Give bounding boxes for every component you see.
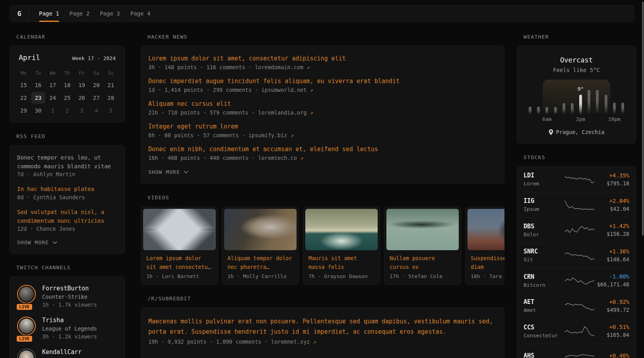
videos-section-title: VIDEOS xyxy=(147,195,504,200)
weather-bar-column xyxy=(585,80,593,115)
hn-item-title[interactable]: Donec imperdiet augue tincidunt felis al… xyxy=(148,77,497,86)
stock-change: -1.00% xyxy=(594,273,629,280)
app-logo[interactable]: G xyxy=(10,6,29,21)
video-title[interactable]: Suspendisse diam xyxy=(471,254,504,271)
calendar-day: 21 xyxy=(103,79,118,91)
weather-bar-current xyxy=(579,95,582,115)
stock-symbol: DBS xyxy=(524,223,565,230)
hn-item: Donec enim nibh, condimentum et accumsan… xyxy=(148,145,497,161)
external-link-icon[interactable]: ↗ xyxy=(291,132,294,138)
live-badge: LIVE xyxy=(16,303,33,311)
video-thumbnail[interactable] xyxy=(467,209,504,250)
twitch-channel[interactable]: KendallCarr xyxy=(17,348,117,358)
right-column: WEATHER Overcast Feels like 5°C 9° 6am2p… xyxy=(517,34,636,358)
stock-row[interactable]: IIGIpsum +2.84%$42.04 xyxy=(524,192,629,218)
video-thumbnail[interactable] xyxy=(143,209,215,250)
channel-name[interactable]: Trisha xyxy=(42,317,97,324)
stock-change: +4.35% xyxy=(594,172,629,179)
calendar-month: April xyxy=(19,53,40,62)
video-card[interactable]: Suspendisse diam 18h · Tara xyxy=(465,206,504,285)
rss-item-title[interactable]: In hac habitasse platea xyxy=(17,185,117,194)
video-meta: 1h · Molly Carrillo xyxy=(227,273,293,279)
stock-row[interactable]: SNRCSit +1.36%$148.64 xyxy=(524,243,629,268)
chevron-down-icon xyxy=(52,241,57,244)
calendar-day: 25 xyxy=(60,92,75,104)
video-title[interactable]: Aliquam tempor dolor nec pharetra… xyxy=(227,254,293,271)
hn-item-title[interactable]: Aliquam nec cursus elit xyxy=(148,100,497,108)
rss-item-title[interactable]: Sed volutpat nulla nisl, a condimentum n… xyxy=(17,208,117,225)
hn-show-more-button[interactable]: SHOW MORE xyxy=(148,169,497,175)
subreddit-post-meta: 19h · 9,932 points · 1,090 comments · lo… xyxy=(148,339,497,345)
tab-page-2[interactable]: Page 2 xyxy=(64,6,95,21)
stock-row[interactable]: DBSDolor +1.42%$156.28 xyxy=(524,217,629,243)
hn-item: Donec imperdiet augue tincidunt felis al… xyxy=(148,77,497,93)
stock-sparkline xyxy=(565,198,594,212)
stock-change: +1.36% xyxy=(594,248,629,255)
rss-item: Donec tempor eros leo, ut commodo mauris… xyxy=(17,154,117,177)
weather-bar-column xyxy=(619,80,627,115)
show-more-label: SHOW MORE xyxy=(17,239,49,245)
video-title[interactable]: Mauris sit amet massa felis xyxy=(308,254,374,271)
weekday-label: Tu xyxy=(31,68,46,78)
external-link-icon[interactable]: ↗ xyxy=(306,64,310,70)
tab-page-1[interactable]: Page 1 xyxy=(34,6,64,21)
rss-card: Donec tempor eros leo, ut commodo mauris… xyxy=(10,145,125,254)
hn-item-title[interactable]: Integer eget rutrum lorem xyxy=(148,123,497,131)
video-card[interactable]: Aliquam tempor dolor nec pharetra… 1h · … xyxy=(222,206,299,285)
video-thumbnail[interactable] xyxy=(224,209,297,250)
video-thumbnail[interactable] xyxy=(305,209,378,250)
twitch-channel[interactable]: LIVE ForrestBurton Counter-Strike 1h · 1… xyxy=(17,285,117,308)
twitch-card: LIVE ForrestBurton Counter-Strike 1h · 1… xyxy=(10,276,125,358)
stock-name: Lorem xyxy=(524,181,565,187)
external-link-icon[interactable]: ↗ xyxy=(300,155,303,161)
rss-item: Sed volutpat nulla nisl, a condimentum n… xyxy=(17,208,117,232)
stock-row[interactable]: AETAmet +0.92%$499.72 xyxy=(524,293,629,319)
tab-page-3[interactable]: Page 3 xyxy=(95,6,125,21)
hn-meta-text: 3h · 148 points · 116 comments · loremdo… xyxy=(148,64,303,70)
stock-row[interactable]: AHS +0.46% xyxy=(524,344,629,358)
video-card[interactable]: Lorem ipsum dolor sit amet consectetu… 1… xyxy=(141,206,218,285)
rss-item-title[interactable]: Donec tempor eros leo, ut commodo mauris… xyxy=(17,154,117,171)
stock-symbol: SNRC xyxy=(524,248,565,255)
hn-item-title[interactable]: Donec enim nibh, condimentum et accumsan… xyxy=(148,145,497,154)
external-link-icon[interactable]: ↗ xyxy=(310,109,313,116)
channel-game: Counter-Strike xyxy=(42,294,97,300)
calendar-day-next-month: 4 xyxy=(89,105,104,117)
stock-symbol: AET xyxy=(524,298,565,305)
rss-item-meta: 8d · Cynthia Saunders xyxy=(17,194,117,200)
rss-show-more-button[interactable]: SHOW MORE xyxy=(17,239,117,245)
subreddit-post-title[interactable]: Maecenas mollis pulvinar erat non posuer… xyxy=(148,316,497,337)
stock-sparkline xyxy=(565,324,594,338)
video-card[interactable]: Nullam posuere cursus ex 17h · Stefan Co… xyxy=(384,206,461,285)
hn-item-meta: 16h · 468 points · 440 comments · loremt… xyxy=(148,155,497,161)
rss-section-title: RSS FEED xyxy=(16,133,125,139)
stock-row[interactable]: CRNBitcorn -1.00%$66,171.48 xyxy=(524,268,629,293)
stocks-card: LDILorem +4.35%$795.18 IIGIpsum +2.84%$4… xyxy=(517,166,636,358)
avatar-live-ring xyxy=(17,317,36,335)
channel-game: League of Legends xyxy=(42,325,97,332)
stock-row[interactable]: CCSConsectetur +0.51%$165.84 xyxy=(524,318,629,344)
page-scrollbar[interactable] xyxy=(642,2,644,235)
stock-price: $148.64 xyxy=(594,256,629,263)
video-title[interactable]: Nullam posuere cursus ex xyxy=(390,254,456,271)
calendar-day-next-month: 5 xyxy=(103,105,118,117)
show-more-label: SHOW MORE xyxy=(148,169,180,175)
page-tabs: Page 1 Page 2 Page 3 Page 4 xyxy=(34,6,155,21)
hn-item-title[interactable]: Lorem ipsum dolor sit amet, consectetur … xyxy=(148,54,497,63)
external-link-icon[interactable]: ↗ xyxy=(310,87,313,93)
weather-bar-column xyxy=(568,80,576,115)
stock-name: Bitcorn xyxy=(524,282,565,288)
tab-page-4[interactable]: Page 4 xyxy=(125,6,156,21)
external-link-icon[interactable]: ↗ xyxy=(313,339,316,345)
video-meta: 18h · Tara xyxy=(471,273,504,279)
video-title[interactable]: Lorem ipsum dolor sit amet consectetu… xyxy=(146,254,212,271)
twitch-channel[interactable]: LIVE Trisha League of Legends 3h · 1.2k … xyxy=(17,317,117,340)
video-card[interactable]: Mauris sit amet massa felis 7h · Grayson… xyxy=(303,206,380,285)
avatar xyxy=(19,287,34,302)
channel-name[interactable]: KendallCarr xyxy=(42,348,81,356)
subreddit-section-title: /R/SUBREDDIT xyxy=(147,296,504,302)
stock-row[interactable]: LDILorem +4.35%$795.18 xyxy=(524,167,629,192)
channel-name[interactable]: ForrestBurton xyxy=(42,285,97,292)
video-thumbnail[interactable] xyxy=(386,209,459,250)
weather-bar xyxy=(529,107,531,115)
